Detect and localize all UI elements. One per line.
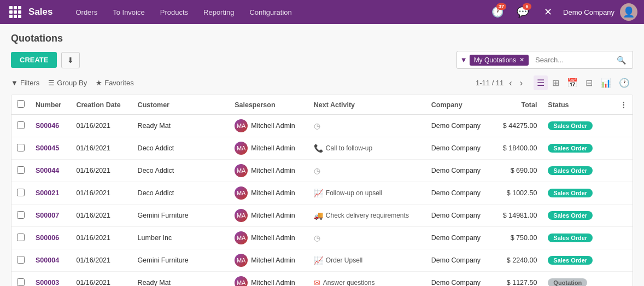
salesperson-avatar: MA: [235, 142, 248, 155]
search-input[interactable]: [531, 53, 629, 67]
table-wrapper: Number Creation Date Customer Salesperso…: [11, 95, 633, 286]
row-checkbox[interactable]: [17, 234, 25, 241]
groupby-label: Group By: [57, 79, 87, 87]
status-badge: Sales Order: [548, 121, 593, 130]
row-checkbox[interactable]: [17, 121, 25, 129]
favorites-btn[interactable]: ★ Favorites: [96, 79, 133, 87]
row-number[interactable]: S00004: [30, 249, 71, 272]
row-customer: Ready Mat: [132, 115, 230, 137]
calendar-view-btn[interactable]: 📅: [564, 75, 581, 90]
row-checkbox-cell: [11, 115, 30, 137]
filter-tag[interactable]: My Quotations ✕: [470, 55, 529, 66]
row-number[interactable]: S00044: [30, 160, 71, 182]
col-customer[interactable]: Customer: [132, 95, 230, 115]
list-view-btn[interactable]: ☰: [534, 75, 548, 90]
nav-configuration[interactable]: Configuration: [242, 0, 299, 24]
salesperson-name: Mitchell Admin: [251, 212, 295, 219]
row-number[interactable]: S00003: [30, 272, 71, 287]
col-number[interactable]: Number: [30, 95, 71, 115]
row-more: [614, 137, 633, 160]
nav-to-invoice[interactable]: To Invoice: [105, 0, 153, 24]
row-checkbox-cell: [11, 227, 30, 249]
user-avatar[interactable]: 👤: [620, 3, 637, 21]
salesperson-name: Mitchell Admin: [251, 167, 295, 174]
chat-icon-btn[interactable]: 💬 6: [513, 2, 532, 22]
row-number[interactable]: S00006: [30, 227, 71, 249]
col-status[interactable]: Status: [542, 95, 614, 115]
search-icon[interactable]: 🔍: [617, 56, 626, 65]
status-badge: Sales Order: [548, 211, 593, 220]
select-all-header[interactable]: [11, 95, 30, 115]
row-salesperson: MA Mitchell Admin: [229, 160, 308, 182]
salesperson-name: Mitchell Admin: [251, 122, 295, 130]
row-status: Sales Order: [542, 227, 614, 249]
col-creation-date[interactable]: Creation Date: [71, 95, 132, 115]
pagination: 1-11 / 11 ‹ ›: [476, 77, 525, 89]
row-total: $ 690.00: [493, 160, 542, 182]
download-button[interactable]: ⬇: [61, 52, 80, 68]
row-total: $ 18400.00: [493, 137, 542, 160]
table-row: S00007 01/16/2021 Gemini Furniture MA Mi…: [11, 205, 633, 227]
row-salesperson: MA Mitchell Admin: [229, 227, 308, 249]
debug-icon-btn[interactable]: ✕: [538, 2, 558, 22]
row-customer: Deco Addict: [132, 160, 230, 182]
row-number[interactable]: S00021: [30, 182, 71, 205]
create-button[interactable]: CREATE: [11, 52, 57, 68]
nav-products[interactable]: Products: [153, 0, 196, 24]
row-total: $ 1002.50: [493, 182, 542, 205]
select-all-checkbox[interactable]: [17, 100, 25, 108]
action-bar: ▼ Filters ☰ Group By ★ Favorites 1-11 / …: [11, 75, 633, 90]
table-row: S00046 01/16/2021 Ready Mat MA Mitchell …: [11, 115, 633, 137]
row-salesperson: MA Mitchell Admin: [229, 115, 308, 137]
row-more: [614, 115, 633, 137]
col-more[interactable]: ⋮: [614, 95, 633, 115]
row-company: Demo Company: [426, 115, 493, 137]
row-company: Demo Company: [426, 205, 493, 227]
status-badge: Sales Order: [548, 166, 593, 175]
filter-tag-remove[interactable]: ✕: [519, 56, 524, 63]
row-number[interactable]: S00045: [30, 137, 71, 160]
filters-label: Filters: [20, 79, 39, 87]
nav-reporting[interactable]: Reporting: [196, 0, 242, 24]
filter-tag-label: My Quotations: [474, 56, 516, 64]
row-date: 01/16/2021: [71, 137, 132, 160]
next-page-btn[interactable]: ›: [518, 77, 525, 89]
salesperson-name: Mitchell Admin: [251, 234, 295, 242]
graph-view-btn[interactable]: 📊: [597, 75, 614, 90]
company-name[interactable]: Demo Company: [563, 8, 614, 16]
row-activity: 📈Order Upsell: [308, 249, 426, 272]
col-next-activity[interactable]: Next Activity: [308, 95, 426, 115]
row-checkbox[interactable]: [17, 166, 25, 174]
table-row: S00044 01/16/2021 Deco Addict MA Mitchel…: [11, 160, 633, 182]
activity-icon-btn[interactable]: 🕐 37: [488, 2, 507, 22]
row-more: [614, 182, 633, 205]
toolbar: CREATE ⬇ ▼ My Quotations ✕ 🔍: [11, 51, 633, 69]
app-title: Sales: [28, 7, 52, 17]
row-number[interactable]: S00007: [30, 205, 71, 227]
col-total[interactable]: Total: [493, 95, 542, 115]
col-salesperson[interactable]: Salesperson: [229, 95, 308, 115]
salesperson-name: Mitchell Admin: [251, 144, 295, 152]
row-checkbox-cell: [11, 205, 30, 227]
groupby-btn[interactable]: ☰ Group By: [48, 79, 87, 87]
kanban-view-btn[interactable]: ⊞: [549, 75, 563, 90]
row-number[interactable]: S00046: [30, 115, 71, 137]
row-company: Demo Company: [426, 137, 493, 160]
row-activity: ◷: [308, 227, 426, 249]
toolbar-right: ▼ My Quotations ✕ 🔍: [456, 51, 633, 69]
filters-btn[interactable]: ▼ Filters: [11, 79, 39, 87]
nav-orders[interactable]: Orders: [68, 0, 105, 24]
status-badge: Quotation: [548, 278, 587, 286]
col-company[interactable]: Company: [426, 95, 493, 115]
row-date: 01/16/2021: [71, 272, 132, 287]
app-grid-icon[interactable]: [7, 3, 24, 21]
activity-view-btn[interactable]: 🕐: [616, 75, 633, 90]
prev-page-btn[interactable]: ‹: [507, 77, 514, 89]
row-checkbox[interactable]: [17, 189, 25, 196]
row-checkbox[interactable]: [17, 211, 25, 219]
row-checkbox[interactable]: [17, 144, 25, 151]
pivot-view-btn[interactable]: ⊟: [582, 75, 596, 90]
row-checkbox[interactable]: [17, 278, 25, 286]
row-customer: Lumber Inc: [132, 227, 230, 249]
row-checkbox[interactable]: [17, 256, 25, 264]
